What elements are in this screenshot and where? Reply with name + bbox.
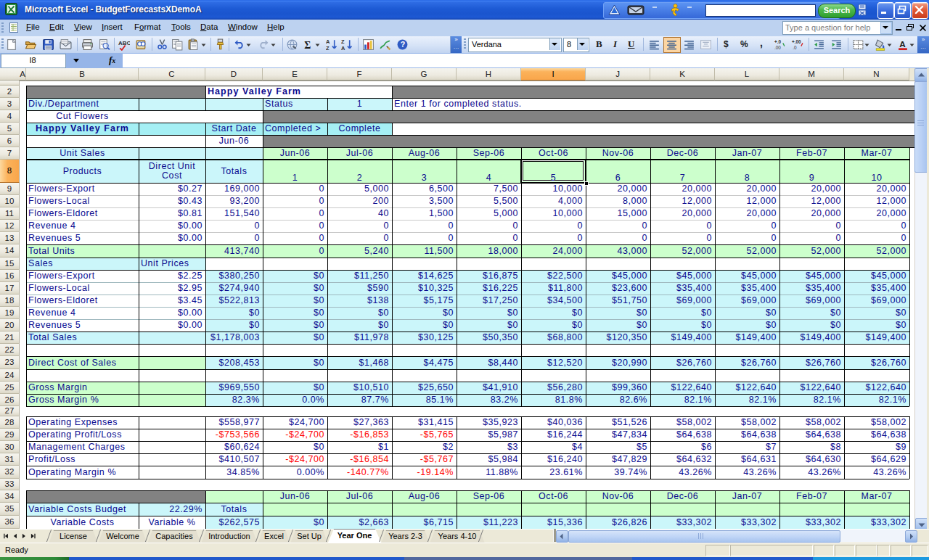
svg-text:?: ? (401, 40, 405, 49)
svg-text:A: A (899, 39, 906, 49)
svg-text:.00: .00 (774, 45, 781, 50)
svg-text:Z: Z (326, 45, 330, 51)
svg-text:A: A (341, 45, 345, 51)
svg-text:Σ: Σ (304, 40, 311, 51)
svg-text:+.0: +.0 (774, 39, 781, 44)
svg-text:+.00: +.00 (792, 39, 801, 44)
svg-text:.0: .0 (793, 45, 797, 50)
svg-text:ABC: ABC (118, 40, 130, 46)
